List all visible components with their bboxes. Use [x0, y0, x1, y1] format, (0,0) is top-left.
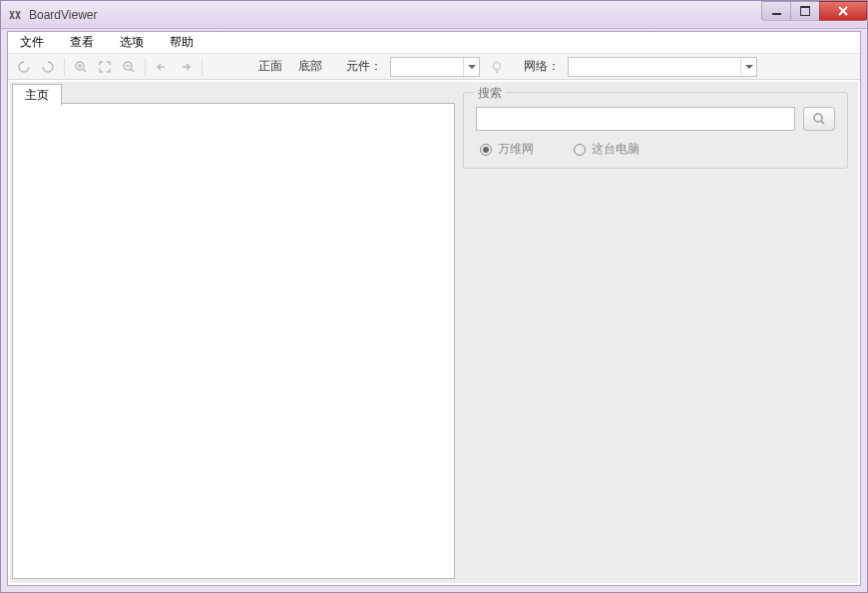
component-combo[interactable]	[390, 57, 480, 77]
bulb-icon[interactable]	[488, 58, 506, 76]
menu-options[interactable]: 选项	[114, 32, 150, 53]
search-group-label: 搜索	[474, 85, 506, 102]
left-pane: 主页	[10, 82, 459, 583]
tab-home[interactable]: 主页	[12, 84, 62, 106]
menu-help[interactable]: 帮助	[164, 32, 200, 53]
radio-web-label: 万维网	[498, 141, 534, 158]
arrow-left-icon[interactable]	[152, 57, 172, 77]
content-area: 主页 搜索 万维网	[10, 82, 858, 583]
app-window: BoardViewer 文件 查看 选项 帮助	[0, 0, 868, 593]
menubar: 文件 查看 选项 帮助	[8, 32, 860, 54]
maximize-button[interactable]	[790, 1, 820, 21]
zoom-fit-icon[interactable]	[95, 57, 115, 77]
search-button[interactable]	[803, 107, 835, 131]
toolbar-separator	[145, 58, 146, 76]
radio-icon	[480, 144, 492, 156]
chevron-down-icon	[740, 58, 756, 76]
arrow-right-icon[interactable]	[176, 57, 196, 77]
rotate-cw-icon[interactable]	[38, 57, 58, 77]
zoom-in-icon[interactable]	[71, 57, 91, 77]
toolbar-separator	[202, 58, 203, 76]
svg-point-3	[814, 114, 822, 122]
zoom-out-icon[interactable]	[119, 57, 139, 77]
radio-icon	[574, 144, 586, 156]
radio-local[interactable]: 这台电脑	[574, 141, 640, 158]
radio-local-label: 这台电脑	[592, 141, 640, 158]
chevron-down-icon	[463, 58, 479, 76]
component-label: 元件：	[346, 58, 382, 75]
client-area: 文件 查看 选项 帮助 正面 底部 元件： 网络：	[7, 31, 861, 586]
menu-file[interactable]: 文件	[14, 32, 50, 53]
bottom-side-button[interactable]: 底部	[292, 56, 328, 77]
front-side-button[interactable]: 正面	[252, 56, 288, 77]
app-icon	[7, 7, 23, 23]
net-combo[interactable]	[568, 57, 757, 77]
toolbar-separator	[64, 58, 65, 76]
window-title: BoardViewer	[29, 8, 97, 22]
search-icon	[812, 112, 826, 126]
radio-web[interactable]: 万维网	[480, 141, 534, 158]
net-label: 网络：	[524, 58, 560, 75]
toolbar: 正面 底部 元件： 网络：	[8, 54, 860, 80]
menu-view[interactable]: 查看	[64, 32, 100, 53]
svg-point-2	[494, 62, 501, 69]
search-input[interactable]	[476, 107, 795, 131]
titlebar[interactable]: BoardViewer	[1, 1, 867, 29]
right-pane: 搜索 万维网 这台电脑	[459, 82, 858, 583]
close-button[interactable]	[819, 1, 867, 21]
minimize-button[interactable]	[761, 1, 791, 21]
home-tab-body	[12, 103, 455, 579]
search-group: 搜索 万维网 这台电脑	[463, 92, 848, 169]
rotate-ccw-icon[interactable]	[14, 57, 34, 77]
